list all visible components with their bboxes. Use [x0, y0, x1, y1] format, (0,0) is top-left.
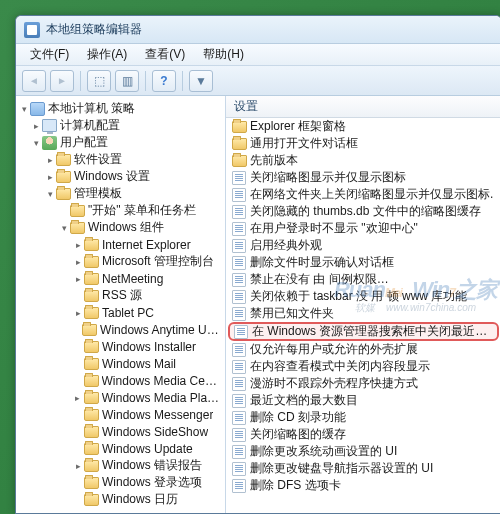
expander-icon[interactable]: ▸: [44, 155, 56, 165]
tree-item-label: Windows 错误报告: [102, 457, 202, 474]
folder-icon: [84, 443, 99, 455]
tree-pane[interactable]: ▾本地计算机 策略▸计算机配置▾用户配置▸软件设置▸Windows 设置▾管理模…: [16, 96, 226, 513]
expander-icon[interactable]: ▾: [18, 104, 30, 114]
folder-icon: [84, 341, 99, 353]
expander-icon[interactable]: ▸: [72, 240, 84, 250]
filter-button[interactable]: ▼: [189, 70, 213, 92]
menubar: 文件(F) 操作(A) 查看(V) 帮助(H): [16, 44, 500, 66]
folder-icon: [82, 324, 97, 336]
expander-icon[interactable]: ▾: [44, 189, 56, 199]
nav-forward-button[interactable]: ►: [50, 70, 74, 92]
tree-item[interactable]: ▸Tablet PC: [16, 304, 225, 321]
list-item[interactable]: 关闭隐藏的 thumbs.db 文件中的缩略图缓存: [226, 203, 500, 220]
tree-item[interactable]: ▾用户配置: [16, 134, 225, 151]
tree-item[interactable]: Windows Media Center: [16, 372, 225, 389]
list-item[interactable]: 在 Windows 资源管理器搜索框中关闭最近搜索条目的显示: [228, 322, 499, 341]
tree-item-label: Windows 日历: [102, 491, 178, 508]
list-item[interactable]: 禁用已知文件夹: [226, 305, 500, 322]
list-item-label: 在网络文件夹上关闭缩略图显示并仅显示图标.: [250, 186, 493, 203]
list-item[interactable]: 在内容查看模式中关闭内容段显示: [226, 358, 500, 375]
list-item[interactable]: 关闭缩略图的缓存: [226, 426, 500, 443]
tree-item[interactable]: ▸Microsoft 管理控制台: [16, 253, 225, 270]
tree-item-label: Windows Installer: [102, 340, 196, 354]
list-item[interactable]: 关闭缩略图显示并仅显示图标: [226, 169, 500, 186]
tree-item[interactable]: RSS 源: [16, 287, 225, 304]
list-item[interactable]: 删除更改键盘导航指示器设置的 UI: [226, 460, 500, 477]
list-item[interactable]: 禁止在没有 由 间例权限…: [226, 271, 500, 288]
list-item-label: 删除 CD 刻录功能: [250, 409, 346, 426]
list-item-label: 关闭隐藏的 thumbs.db 文件中的缩略图缓存: [250, 203, 481, 220]
menu-action[interactable]: 操作(A): [79, 44, 135, 65]
policy-icon: [232, 290, 246, 304]
list-item[interactable]: 删除 DFS 选项卡: [226, 477, 500, 494]
policy-icon: [232, 445, 246, 459]
list-item[interactable]: 删除 CD 刻录功能: [226, 409, 500, 426]
expander-icon[interactable]: ▸: [72, 257, 84, 267]
list-item[interactable]: 通用打开文件对话框: [226, 135, 500, 152]
policy-icon: [232, 411, 246, 425]
list-item[interactable]: 在网络文件夹上关闭缩略图显示并仅显示图标.: [226, 186, 500, 203]
tree-item[interactable]: Windows Installer: [16, 338, 225, 355]
tree-item[interactable]: Windows SideShow: [16, 423, 225, 440]
tree-item[interactable]: ▸计算机配置: [16, 117, 225, 134]
list-item[interactable]: 最近文档的最大数目: [226, 392, 500, 409]
tree-item[interactable]: Windows Update: [16, 440, 225, 457]
expander-icon[interactable]: ▸: [44, 172, 56, 182]
tree-item[interactable]: ▸Windows Media Player: [16, 389, 225, 406]
expander-icon[interactable]: ▾: [58, 223, 70, 233]
tree-item[interactable]: ▸Windows 错误报告: [16, 457, 225, 474]
nav-back-button[interactable]: ◄: [22, 70, 46, 92]
folder-icon: [84, 358, 99, 370]
list-item[interactable]: 删除更改系统动画设置的 UI: [226, 443, 500, 460]
up-button[interactable]: ⬚: [87, 70, 111, 92]
list-item[interactable]: 删除文件时显示确认对话框: [226, 254, 500, 271]
tree-item-label: Microsoft 管理控制台: [102, 253, 214, 270]
list-item[interactable]: 先前版本: [226, 152, 500, 169]
tree-item[interactable]: ▸NetMeeting: [16, 270, 225, 287]
expander-icon[interactable]: ▸: [72, 274, 84, 284]
expander-icon[interactable]: ▸: [72, 393, 84, 403]
tree-item[interactable]: Windows 登录选项: [16, 474, 225, 491]
tree-item[interactable]: ▸软件设置: [16, 151, 225, 168]
menu-file[interactable]: 文件(F): [22, 44, 77, 65]
list-item[interactable]: 关闭依赖于 taskbar 没 用 顿 www 库功能: [226, 288, 500, 305]
tree-item[interactable]: "开始" 菜单和任务栏: [16, 202, 225, 219]
menu-view[interactable]: 查看(V): [137, 44, 193, 65]
list-pane: 设置 RuanMei Win7之家 软媒 www.win7china.com E…: [226, 96, 500, 513]
tree-item-label: 本地计算机 策略: [48, 100, 135, 117]
tree-item[interactable]: ▾Windows 组件: [16, 219, 225, 236]
policy-icon: [232, 188, 246, 202]
show-hide-button[interactable]: ▥: [115, 70, 139, 92]
expander-icon[interactable]: ▾: [30, 138, 42, 148]
expander-icon[interactable]: ▸: [30, 121, 42, 131]
tree-item[interactable]: ▸Windows 设置: [16, 168, 225, 185]
help-button[interactable]: ?: [152, 70, 176, 92]
policy-icon: [232, 256, 246, 270]
expander-icon[interactable]: ▸: [72, 308, 84, 318]
list-item[interactable]: Explorer 框架窗格: [226, 118, 500, 135]
tree-item[interactable]: Windows Mail: [16, 355, 225, 372]
titlebar[interactable]: 本地组策略编辑器: [16, 16, 500, 44]
user-icon: [42, 136, 57, 150]
list-item[interactable]: 漫游时不跟踪外壳程序快捷方式: [226, 375, 500, 392]
tree-item[interactable]: Windows 日历: [16, 491, 225, 508]
tree-item-label: Windows 设置: [74, 168, 150, 185]
list-body[interactable]: RuanMei Win7之家 软媒 www.win7china.com Expl…: [226, 118, 500, 513]
tree-item-label: RSS 源: [102, 287, 142, 304]
list-item-label: 删除更改系统动画设置的 UI: [250, 443, 397, 460]
list-item[interactable]: 在用户登录时不显示 "欢迎中心": [226, 220, 500, 237]
toolbar-separator: [80, 71, 81, 91]
menu-help[interactable]: 帮助(H): [195, 44, 252, 65]
folder-icon: [84, 239, 99, 251]
tree-item[interactable]: ▾本地计算机 策略: [16, 100, 225, 117]
list-column-header[interactable]: 设置: [226, 96, 500, 118]
list-item[interactable]: 仅允许每用户或允许的外壳扩展: [226, 341, 500, 358]
expander-icon[interactable]: ▸: [72, 461, 84, 471]
policy-icon: [234, 325, 248, 339]
list-item[interactable]: 启用经典外观: [226, 237, 500, 254]
policy-icon: [232, 307, 246, 321]
tree-item[interactable]: Windows Messenger: [16, 406, 225, 423]
tree-item[interactable]: ▸Internet Explorer: [16, 236, 225, 253]
tree-item[interactable]: Windows Anytime Upgrade: [16, 321, 225, 338]
tree-item[interactable]: ▾管理模板: [16, 185, 225, 202]
